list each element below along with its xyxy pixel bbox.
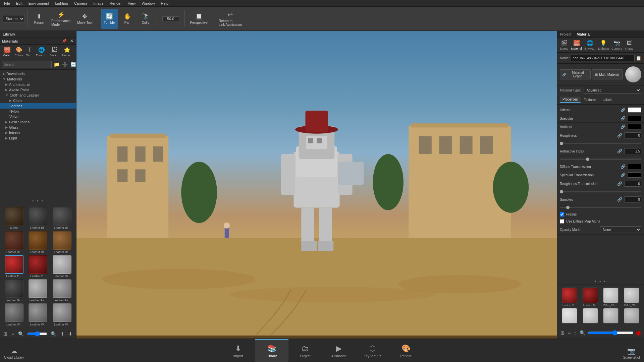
labels-subtab[interactable]: Labels (600, 97, 615, 103)
rmat-7[interactable] (601, 308, 621, 324)
samples-slider[interactable] (560, 207, 641, 208)
spec-trans-link-button[interactable]: 🔗 (620, 172, 626, 178)
fresnel-checkbox[interactable] (560, 212, 564, 217)
tree-cloth[interactable]: ▶ Cloth (0, 98, 76, 103)
material-cuero[interactable]: cuero (3, 207, 25, 230)
image-tab[interactable]: 🖼 Image (625, 40, 633, 50)
material-leather-w-3[interactable]: Leather W... (51, 303, 73, 326)
cloud-library-button[interactable]: ☁ Cloud Library (4, 347, 24, 359)
menu-render[interactable]: Render (107, 1, 124, 6)
mat-type-select[interactable]: Advanced Diffuse Glass Metal (584, 87, 641, 94)
material-main-tab[interactable]: Material (577, 32, 591, 36)
material-leather-bl-3[interactable]: Leather Bl... (3, 231, 25, 254)
rmat-3[interactable]: ZMat_ZBru... (601, 288, 621, 307)
pause-button[interactable]: ⏸ Pause (31, 9, 47, 29)
diffuse-link-button[interactable]: 🔗 (620, 107, 626, 113)
properties-subtab[interactable]: Properties (560, 97, 581, 103)
roughness-link-button[interactable]: 🔗 (617, 133, 623, 138)
move-tool-button[interactable]: ✥ Move Tool (74, 9, 95, 29)
panel-close-button[interactable]: ✕ (69, 39, 74, 44)
zoom-in-button[interactable]: 🔍 (50, 330, 57, 337)
textures-subtab[interactable]: Textures (581, 97, 599, 103)
render-tab[interactable]: 🎨 Render (389, 339, 423, 362)
ambient-color[interactable] (628, 124, 641, 129)
rlist-button[interactable]: ≡ (567, 329, 571, 336)
material-leather-gr-1[interactable]: Leather Gr... (51, 255, 73, 278)
tree-architectural[interactable]: ▶ Architectural (0, 82, 76, 87)
roughness-input[interactable] (625, 132, 641, 138)
scene-tab[interactable]: 🎬 Scene (560, 40, 569, 50)
keyshotxr-tab[interactable]: ⬡ KeyShotXR (356, 339, 389, 362)
add-folder-button[interactable]: 📁 (53, 61, 60, 68)
library-colors-tab[interactable]: 🎨 Colors (15, 47, 23, 57)
size-slider[interactable] (27, 331, 47, 337)
multi-material-button[interactable]: ⊞ Multi-Material (592, 69, 623, 79)
diffuse-map-checkbox[interactable] (560, 219, 564, 224)
samples-input[interactable] (625, 196, 641, 202)
grid-view-button[interactable]: ⊞ (3, 330, 8, 337)
rsort-button[interactable]: ↕ (573, 329, 577, 336)
lighting-tab[interactable]: 💡 Lighting (598, 40, 609, 50)
tree-materials[interactable]: ▼ Materials (0, 76, 76, 82)
tree-nylon[interactable]: Nylon (0, 109, 76, 114)
library-enviro-tab[interactable]: 🌐 Enviro... (36, 47, 47, 57)
environ-tab[interactable]: 🌐 Enviro... (585, 40, 596, 50)
panel-pin-button[interactable]: 📌 (61, 39, 68, 44)
library-text-tab[interactable]: T Text . (26, 47, 34, 57)
rmat-1[interactable]: Leather D... (560, 288, 579, 307)
material-leather-br-1[interactable]: Leather Br... (27, 231, 50, 254)
tree-leather[interactable]: Leather (0, 103, 76, 109)
diffuse-color[interactable] (628, 107, 641, 113)
rsize-slider[interactable] (588, 330, 634, 336)
diff-trans-color[interactable] (628, 164, 641, 169)
rmat-6[interactable] (581, 308, 600, 324)
import-tab[interactable]: ⬇ Import (221, 339, 255, 362)
tree-light[interactable]: ▶ Light (0, 135, 76, 141)
dolly-button[interactable]: 🔭 Dolly (137, 9, 154, 29)
material-leather-d-1[interactable]: Leather D... (3, 255, 25, 278)
camera-tab[interactable]: 📷 Camera (611, 40, 622, 50)
add-material-button[interactable]: ➕ (61, 61, 68, 68)
menu-camera[interactable]: Camera (71, 1, 90, 6)
rmat-8[interactable] (622, 308, 641, 324)
screenshot-button[interactable]: 📷 Screenshot (623, 347, 640, 359)
refresh-button[interactable]: 🔄 (70, 61, 77, 68)
rough-trans-slider[interactable] (560, 191, 641, 192)
refractive-link-button[interactable]: 🔗 (617, 148, 623, 154)
specular-link-button[interactable]: 🔗 (620, 116, 626, 121)
material-leather-gr-2[interactable]: Leather Gr... (3, 279, 25, 302)
rough-trans-link-button[interactable]: 🔗 (617, 181, 623, 186)
list-view-button[interactable]: ≡ (11, 330, 15, 337)
refractive-input[interactable] (625, 148, 641, 154)
menu-lighting[interactable]: Lighting (52, 1, 71, 6)
tree-interior[interactable]: ▶ Interior (0, 130, 76, 135)
material-leather-bl-1[interactable]: Leather Bl... (27, 207, 50, 230)
tree-cloth-leather[interactable]: ▼ Cloth and Leather (0, 93, 76, 98)
menu-file[interactable]: File (1, 1, 13, 6)
spec-trans-color[interactable] (628, 172, 641, 178)
refractive-slider[interactable] (560, 159, 641, 160)
library-mate-tab[interactable]: 🧱 Mate... (3, 47, 12, 57)
performance-mode-button[interactable]: ⚡ PerformanceMode (49, 9, 73, 29)
rmat-5[interactable] (560, 308, 579, 324)
material-leather-w-1[interactable]: Leather W... (3, 303, 25, 326)
menu-view[interactable]: View (125, 1, 139, 6)
library-favou-tab[interactable]: ⭐ Favou... (62, 47, 73, 57)
tree-velvet[interactable]: Velvet (0, 114, 76, 119)
viewport[interactable] (76, 31, 557, 339)
zoom-field[interactable] (160, 9, 182, 29)
tumble-button[interactable]: 🔄 Tumble (101, 9, 118, 29)
return-link-button[interactable]: ↩ Return toLink Application (216, 9, 245, 29)
import-small-button[interactable]: ⬆ (60, 330, 65, 337)
roughness-slider[interactable] (560, 143, 641, 144)
project-tab[interactable]: Project (560, 32, 571, 36)
library-back-tab[interactable]: 🖼 Back... (50, 47, 59, 57)
menu-help[interactable]: Help (158, 1, 171, 6)
export-small-button[interactable]: ⬇ (68, 330, 73, 337)
search-input[interactable] (2, 61, 52, 68)
rmat-4[interactable]: ZMat_ZBru... (622, 288, 641, 307)
samples-link-button[interactable]: 🔗 (617, 197, 623, 202)
rough-trans-input[interactable] (625, 181, 641, 187)
library-tab[interactable]: 📚 Library (255, 339, 288, 362)
menu-environment[interactable]: Environment (26, 1, 52, 6)
